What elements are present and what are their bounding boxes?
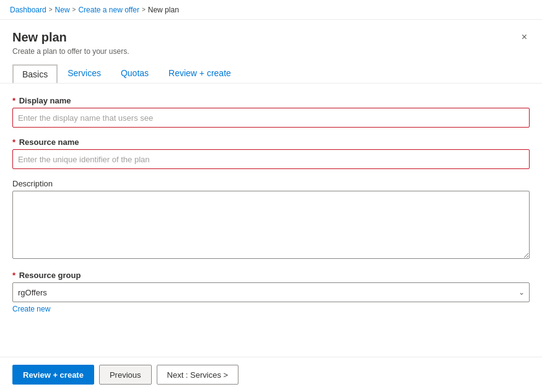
breadcrumb: Dashboard > New > Create a new offer > N… <box>10 6 179 14</box>
new-plan-panel: New plan Create a plan to offer to your … <box>0 20 542 392</box>
close-button[interactable]: × <box>519 30 530 45</box>
breadcrumb-sep-1: > <box>49 6 53 13</box>
description-label: Description <box>12 179 530 188</box>
review-create-button[interactable]: Review + create <box>12 365 94 385</box>
breadcrumb-create-offer[interactable]: Create a new offer <box>78 6 139 14</box>
tab-bar: Basics Services Quotas Review + create <box>0 56 542 84</box>
panel-footer: Review + create Previous Next : Services… <box>0 357 542 392</box>
resource-group-label: * Resource group <box>12 271 530 280</box>
breadcrumb-dashboard[interactable]: Dashboard <box>10 6 46 14</box>
panel-subtitle: Create a plan to offer to your users. <box>12 47 129 56</box>
display-name-group: * Display name <box>12 96 530 128</box>
tab-review-create[interactable]: Review + create <box>159 63 241 83</box>
form-body: * Display name * Resource name Descripti… <box>0 84 542 357</box>
resource-group-select-wrapper: rgOffers ⌄ <box>12 282 530 302</box>
tab-services[interactable]: Services <box>58 63 111 83</box>
next-services-button[interactable]: Next : Services > <box>157 365 239 385</box>
resource-group-required-star: * <box>12 271 15 280</box>
resource-name-label: * Resource name <box>12 137 530 147</box>
panel-header-text: New plan Create a plan to offer to your … <box>12 30 129 56</box>
resource-name-required-star: * <box>12 137 15 147</box>
top-bar: Dashboard > New > Create a new offer > N… <box>0 0 542 20</box>
resource-group-group: * Resource group rgOffers ⌄ Create new <box>12 271 530 313</box>
display-name-input[interactable] <box>12 108 530 128</box>
panel-header: New plan Create a plan to offer to your … <box>0 20 542 56</box>
resource-group-select[interactable]: rgOffers <box>12 282 530 302</box>
resource-name-group: * Resource name <box>12 137 530 169</box>
description-textarea[interactable] <box>12 191 530 259</box>
breadcrumb-current: New plan <box>148 6 179 14</box>
breadcrumb-new[interactable]: New <box>55 6 70 14</box>
breadcrumb-sep-2: > <box>72 6 76 13</box>
description-group: Description <box>12 179 530 261</box>
resource-name-input[interactable] <box>12 149 530 169</box>
tab-quotas[interactable]: Quotas <box>111 63 159 83</box>
page-title: New plan <box>12 30 129 45</box>
breadcrumb-sep-3: > <box>142 6 146 13</box>
create-new-link[interactable]: Create new <box>12 305 50 313</box>
tab-basics[interactable]: Basics <box>12 64 58 83</box>
previous-button[interactable]: Previous <box>99 365 152 385</box>
display-name-label: * Display name <box>12 96 530 105</box>
display-name-required-star: * <box>12 96 15 105</box>
